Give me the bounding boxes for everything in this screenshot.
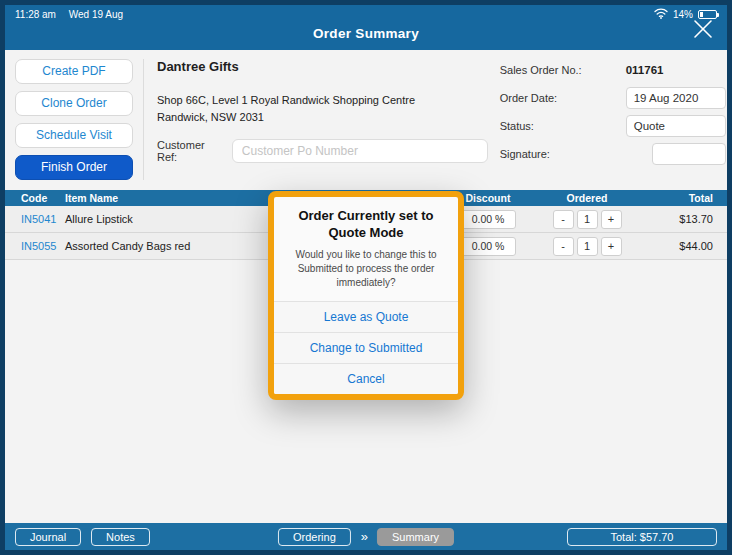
quote-mode-dialog: Order Currently set to Quote Mode Would … bbox=[268, 191, 464, 400]
quantity-decrement-button[interactable]: - bbox=[553, 210, 574, 229]
app-header: 11:28 am Wed 19 Aug 14% bbox=[5, 5, 727, 50]
dialog-title: Order Currently set to Quote Mode bbox=[274, 197, 458, 246]
action-button-column: Create PDF Clone Order Schedule Visit Fi… bbox=[15, 59, 133, 180]
item-ordered-cell: - 1 + bbox=[535, 237, 639, 256]
customer-ref-row: Customer Ref: bbox=[157, 139, 488, 163]
status-bar: 11:28 am Wed 19 Aug 14% bbox=[5, 5, 727, 24]
sales-order-row: Sales Order No.: 011761 bbox=[500, 59, 726, 81]
customer-ref-input[interactable] bbox=[232, 139, 488, 163]
device-frame: 11:28 am Wed 19 Aug 14% bbox=[0, 0, 732, 555]
column-header-ordered: Ordered bbox=[535, 192, 639, 204]
customer-name: Dantree Gifts bbox=[157, 59, 488, 74]
bottom-toolbar: Journal Notes Ordering » Summary Total: … bbox=[5, 523, 727, 550]
quantity-value[interactable]: 1 bbox=[577, 210, 598, 229]
quantity-increment-button[interactable]: + bbox=[601, 210, 622, 229]
item-total: $13.70 bbox=[639, 213, 727, 225]
status-left: 11:28 am Wed 19 Aug bbox=[15, 9, 133, 20]
column-header-total: Total bbox=[639, 192, 727, 204]
summary-tab-button[interactable]: Summary bbox=[377, 528, 454, 546]
view-switcher: Ordering » Summary bbox=[278, 528, 454, 546]
order-date-label: Order Date: bbox=[500, 92, 557, 104]
journal-button[interactable]: Journal bbox=[15, 528, 81, 546]
discount-field[interactable]: 0.00 % bbox=[460, 210, 516, 229]
customer-address-line1: Shop 66C, Level 1 Royal Randwick Shoppin… bbox=[157, 92, 488, 109]
status-date: Wed 19 Aug bbox=[69, 9, 123, 20]
dialog-message: Would you like to change this to Submitt… bbox=[274, 246, 458, 301]
order-total: Total: $57.70 bbox=[567, 528, 717, 546]
schedule-visit-button[interactable]: Schedule Visit bbox=[15, 123, 133, 148]
quantity-stepper: - 1 + bbox=[553, 237, 622, 256]
quantity-value[interactable]: 1 bbox=[577, 237, 598, 256]
close-button[interactable] bbox=[689, 17, 717, 45]
order-date-field[interactable]: 19 Aug 2020 bbox=[626, 87, 726, 109]
quantity-decrement-button[interactable]: - bbox=[553, 237, 574, 256]
status-row: Status: Quote bbox=[500, 115, 726, 137]
item-code: IN5055 bbox=[5, 240, 65, 252]
signature-field[interactable] bbox=[652, 143, 726, 165]
cancel-button[interactable]: Cancel bbox=[274, 363, 458, 394]
status-label: Status: bbox=[500, 120, 534, 132]
chevron-right-icon: » bbox=[361, 529, 367, 544]
order-header-section: Create PDF Clone Order Schedule Visit Fi… bbox=[5, 50, 727, 190]
customer-address: Shop 66C, Level 1 Royal Randwick Shoppin… bbox=[157, 92, 488, 126]
item-code: IN5041 bbox=[5, 213, 65, 225]
page-title: Order Summary bbox=[313, 26, 419, 50]
order-date-row: Order Date: 19 Aug 2020 bbox=[500, 87, 726, 109]
customer-details: Dantree Gifts Shop 66C, Level 1 Royal Ra… bbox=[143, 59, 488, 180]
column-header-code: Code bbox=[5, 192, 65, 204]
item-total: $44.00 bbox=[639, 240, 727, 252]
quantity-increment-button[interactable]: + bbox=[601, 237, 622, 256]
leave-as-quote-button[interactable]: Leave as Quote bbox=[274, 301, 458, 332]
create-pdf-button[interactable]: Create PDF bbox=[15, 59, 133, 84]
close-icon bbox=[691, 17, 715, 45]
sales-order-value: 011761 bbox=[626, 64, 726, 76]
ordering-tab-button[interactable]: Ordering bbox=[278, 528, 351, 546]
quantity-stepper: - 1 + bbox=[553, 210, 622, 229]
sales-order-label: Sales Order No.: bbox=[500, 64, 582, 76]
item-ordered-cell: - 1 + bbox=[535, 210, 639, 229]
order-summary-screen: 11:28 am Wed 19 Aug 14% bbox=[5, 5, 727, 550]
status-time: 11:28 am bbox=[15, 9, 56, 20]
signature-label: Signature: bbox=[500, 148, 550, 160]
change-to-submitted-button[interactable]: Change to Submitted bbox=[274, 332, 458, 363]
main-content: Create PDF Clone Order Schedule Visit Fi… bbox=[5, 50, 727, 523]
notes-button[interactable]: Notes bbox=[91, 528, 150, 546]
order-info-column: Sales Order No.: 011761 Order Date: 19 A… bbox=[500, 59, 726, 180]
signature-row: Signature: bbox=[500, 143, 726, 165]
customer-ref-label: Customer Ref: bbox=[157, 139, 223, 163]
customer-address-line2: Randwick, NSW 2031 bbox=[157, 109, 488, 126]
wifi-icon bbox=[654, 8, 668, 21]
status-field[interactable]: Quote bbox=[626, 115, 726, 137]
clone-order-button[interactable]: Clone Order bbox=[15, 91, 133, 116]
finish-order-button[interactable]: Finish Order bbox=[15, 155, 133, 180]
title-bar: Order Summary bbox=[5, 24, 727, 50]
discount-field[interactable]: 0.00 % bbox=[460, 237, 516, 256]
